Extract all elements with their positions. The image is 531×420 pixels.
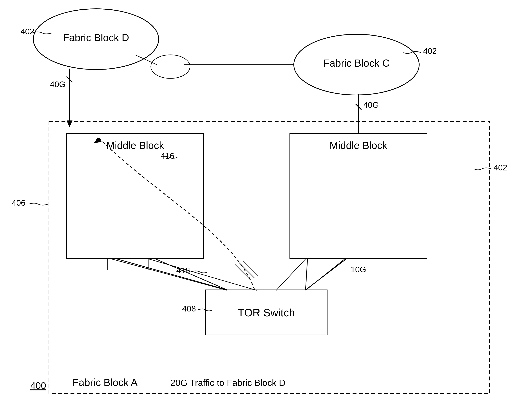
ref-408-label: 408 (182, 304, 196, 313)
ref-416-label: 416 (161, 151, 174, 160)
svg-point-2 (151, 55, 190, 78)
fabric-block-a-label: Fabric Block A (73, 377, 138, 388)
svg-line-24 (112, 259, 227, 290)
link-40g-left-label: 40G (50, 80, 65, 89)
svg-rect-9 (67, 133, 204, 259)
ref-406-label: 406 (12, 198, 26, 208)
fabric-block-c-label: Fabric Block C (323, 57, 390, 69)
svg-rect-10 (290, 133, 427, 259)
link-40g-right-label: 40G (363, 100, 379, 109)
ref-402-topleft-label: 402 (21, 27, 34, 36)
svg-line-27 (306, 259, 345, 290)
svg-line-15 (155, 259, 227, 290)
network-diagram-svg: Fabric Block D 402 Fabric Block C 402 40… (0, 0, 531, 420)
middle-block-right-label: Middle Block (330, 140, 388, 151)
tor-switch-label: TOR Switch (238, 307, 295, 319)
diagram-container: Fabric Block D 402 Fabric Block C 402 40… (0, 0, 531, 420)
ref-418-label: 418 (176, 266, 190, 275)
svg-line-26 (276, 259, 306, 290)
traffic-label: 20G Traffic to Fabric Block D (170, 378, 285, 388)
link-10g-label: 10G (351, 265, 366, 274)
ref-400-label: 400 (30, 380, 46, 391)
ref-402-right-label: 402 (494, 163, 507, 172)
fabric-block-d-label: Fabric Block D (63, 32, 129, 43)
svg-line-17 (306, 259, 308, 290)
middle-block-left-label: Middle Block (106, 140, 164, 151)
ref-402-topright-label: 402 (423, 46, 437, 56)
svg-line-14 (116, 259, 227, 290)
